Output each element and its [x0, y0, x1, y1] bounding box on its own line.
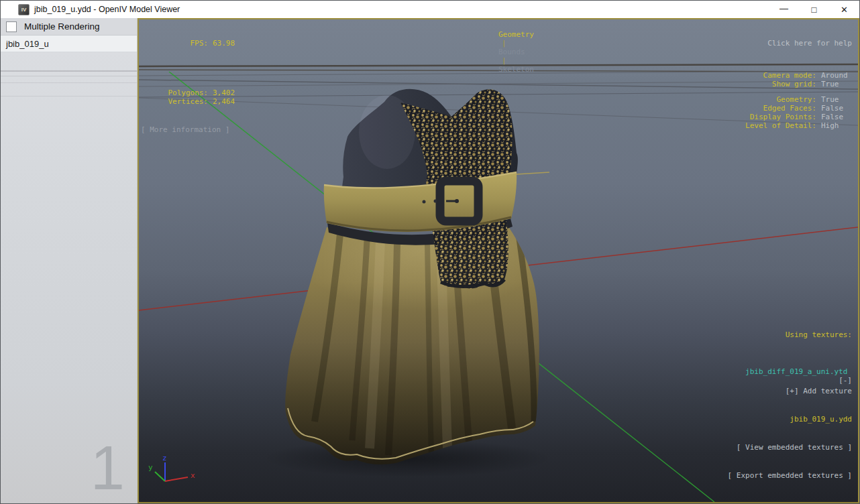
viewport: z y x FPS: 63.98 Polygons: 3,402 Vertice…: [138, 18, 859, 503]
geometry-value: True: [821, 95, 852, 104]
title-bar[interactable]: IV jbib_019_u.ydd - OpenIV Model Viewer …: [1, 1, 859, 18]
display-points-value: False: [821, 113, 852, 121]
maximize-icon: □: [812, 5, 817, 15]
minimize-icon: —: [780, 3, 788, 13]
tab-skeleton[interactable]: Skeleton: [498, 65, 534, 74]
multiple-rendering-label: Multiple Rendering: [24, 21, 100, 32]
gizmo-x-label: x: [191, 471, 195, 480]
fps-label: FPS:: [141, 39, 208, 48]
model-file-label: jbib_019_u.ydd: [701, 415, 852, 426]
dress-model[interactable]: [285, 89, 549, 464]
tab-separator: |: [498, 39, 510, 48]
divider: [1, 76, 137, 76]
close-button[interactable]: ✕: [829, 1, 859, 18]
polygons-label: Polygons:: [141, 88, 208, 97]
multiple-rendering-row: Multiple Rendering: [1, 18, 137, 36]
axis-gizmo: z y x: [148, 454, 195, 481]
view-embedded-textures-button[interactable]: [ View embedded textures ]: [701, 443, 852, 454]
gizmo-y-label: y: [148, 463, 153, 472]
vertices-label: Vertices:: [141, 97, 208, 106]
level-of-detail-label: Level of Detail:: [745, 121, 816, 130]
divider: [1, 70, 137, 72]
show-grid-value: True: [821, 80, 852, 88]
more-information-button[interactable]: [ More information ]: [141, 125, 235, 134]
tab-bounds[interactable]: Bounds: [498, 48, 525, 56]
add-texture-button[interactable]: [+] Add texture: [701, 387, 852, 397]
geometry-label: Geometry:: [745, 95, 816, 104]
using-textures-label: Using textures:: [701, 330, 852, 341]
divider: [1, 96, 137, 97]
level-of-detail-value: High: [821, 121, 852, 130]
export-embedded-textures-button[interactable]: [ Export embedded textures ]: [701, 471, 852, 482]
edged-faces-value: False: [821, 104, 852, 113]
settings-overlay: Click here for help Camera mode: Around …: [745, 21, 852, 147]
model-list-sidebar: Multiple Rendering jbib_019_u 1: [1, 18, 138, 503]
tab-geometry[interactable]: Geometry: [498, 30, 534, 39]
display-points-label: Display Points:: [745, 113, 816, 121]
minimize-button[interactable]: —: [769, 1, 799, 18]
lod-page-number: 1: [91, 444, 125, 493]
edged-faces-label: Edged Faces:: [745, 104, 816, 113]
textures-overlay: Using textures: jbib_diff_019_a_uni.ytd …: [701, 313, 852, 499]
multiple-rendering-checkbox[interactable]: [6, 21, 17, 32]
stats-overlay: FPS: 63.98 Polygons: 3,402 Vertices: 2,4…: [141, 21, 235, 151]
openiv-app-icon: IV: [18, 4, 30, 15]
maximize-button[interactable]: □: [799, 1, 829, 18]
vertices-value: 2,464: [213, 97, 235, 106]
camera-mode-value: Around: [821, 71, 852, 80]
polygons-value: 3,402: [213, 88, 235, 97]
camera-mode-label: Camera mode:: [745, 71, 816, 80]
divider: [1, 82, 137, 83]
fps-value: 63.98: [213, 39, 235, 48]
view-mode-tabs: Geometry | Bounds | Skeleton: [463, 21, 534, 82]
close-icon: ✕: [841, 5, 848, 15]
texture-file-link[interactable]: jbib_diff_019_a_uni.ytd: [745, 367, 847, 376]
remove-texture-button[interactable]: [-]: [839, 376, 852, 385]
help-link[interactable]: Click here for help: [745, 39, 852, 48]
model-list-item[interactable]: jbib_019_u: [1, 36, 137, 52]
app-window: IV jbib_019_u.ydd - OpenIV Model Viewer …: [0, 0, 860, 504]
window-title: jbib_019_u.ydd - OpenIV Model Viewer: [34, 5, 769, 14]
show-grid-label: Show grid:: [745, 80, 816, 88]
gizmo-z-label: z: [162, 454, 167, 462]
tab-separator: |: [498, 56, 510, 65]
